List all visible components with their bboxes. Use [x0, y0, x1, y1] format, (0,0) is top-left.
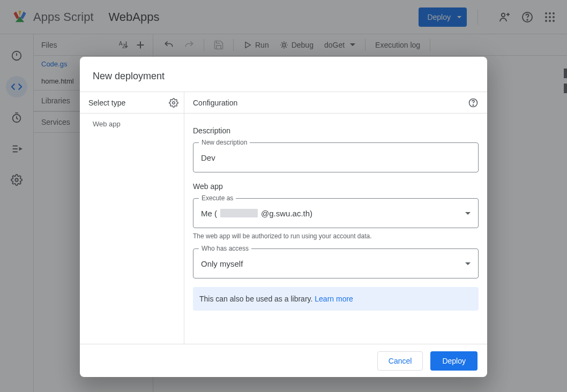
cancel-button[interactable]: Cancel: [377, 351, 423, 371]
svg-point-18: [173, 101, 175, 104]
redacted-email: [220, 209, 258, 217]
library-info-bar: This can also be used as a library. Lear…: [193, 287, 479, 311]
description-float-label: New description: [199, 139, 250, 146]
execute-as-helper: The web app will be authorized to run us…: [193, 232, 479, 240]
caret-down-icon: [465, 262, 471, 265]
deployment-type-webapp[interactable]: Web app: [80, 114, 184, 134]
description-input[interactable]: [201, 153, 471, 162]
deploy-confirm-button[interactable]: Deploy: [430, 351, 478, 371]
select-type-header: Select type: [80, 92, 184, 114]
description-field[interactable]: New description: [193, 142, 479, 172]
access-select[interactable]: Who has access Only myself: [193, 248, 479, 278]
select-type-label: Select type: [88, 99, 125, 107]
execute-as-value: Me (@g.swu.ac.th): [201, 209, 312, 218]
caret-down-icon: [465, 212, 471, 215]
dialog-left-panel: Select type Web app: [80, 92, 184, 344]
description-section-label: Description: [193, 126, 479, 135]
dialog-right-panel: Configuration Description New descriptio…: [184, 92, 487, 344]
configuration-label: Configuration: [193, 99, 237, 107]
info-text: This can also be used as a library.: [199, 295, 315, 303]
new-deployment-dialog: New deployment Select type Web app Confi…: [80, 57, 487, 377]
execute-as-select[interactable]: Execute as Me (@g.swu.ac.th): [193, 198, 479, 228]
gear-icon[interactable]: [169, 98, 178, 108]
execute-as-float-label: Execute as: [199, 194, 236, 202]
access-value: Only myself: [201, 259, 243, 268]
configuration-header: Configuration: [184, 92, 487, 114]
access-float-label: Who has access: [199, 245, 251, 252]
help-icon[interactable]: [468, 97, 479, 108]
webapp-section-label: Web app: [193, 182, 479, 191]
dialog-title: New deployment: [80, 57, 487, 92]
learn-more-link[interactable]: Learn more: [315, 295, 353, 303]
dialog-footer: Cancel Deploy: [80, 344, 487, 377]
svg-point-20: [473, 104, 473, 105]
